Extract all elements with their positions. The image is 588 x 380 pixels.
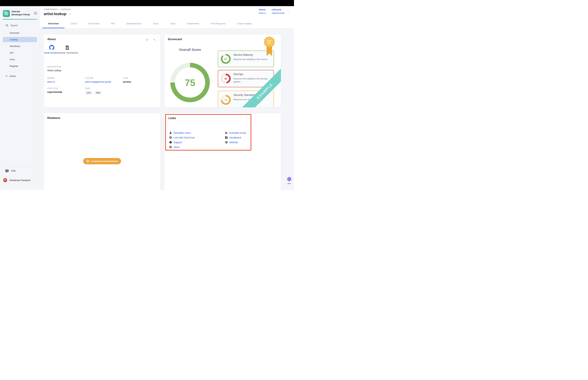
document-icon: [59, 44, 75, 50]
tab-dependencies[interactable]: Dependencies: [121, 19, 148, 28]
scorecard-card: Scorecard Gold Tier Overall Score 75: [164, 35, 281, 107]
header-lifecycle: Lifecycle experimental: [272, 8, 285, 14]
globe-icon: [225, 141, 228, 144]
aida-label: AIDA: [285, 183, 293, 184]
tab-kubernetes[interactable]: Kubernetes: [181, 19, 205, 28]
sidebar-item-docs[interactable]: Docs: [3, 56, 37, 63]
view-techdocs-label: VIEW TECHDOCS: [59, 51, 75, 55]
tab-pull-requests[interactable]: Pull Requests: [205, 19, 231, 28]
link-support[interactable]: ? Support: [169, 141, 195, 144]
aida-widget[interactable]: AIDA: [285, 177, 293, 184]
aida-flower-icon: [287, 177, 292, 182]
chip-icon: [86, 160, 89, 163]
tab-code-insights[interactable]: Code Insights: [231, 19, 258, 28]
tab-bar: Overview CI/CD Scorecard API Dependencie…: [40, 19, 294, 28]
link-examples-users[interactable]: Examples Users: [169, 131, 195, 134]
refresh-icon[interactable]: ⟳: [146, 38, 148, 41]
user-name: Debabrata Panigrahi: [9, 179, 30, 182]
apps-grid-icon[interactable]: [34, 12, 37, 15]
lifecycle-label: Lifecycle: [272, 8, 285, 11]
lifecycle-value: experimental: [272, 12, 285, 14]
system-field-label: SYSTEM: [85, 77, 111, 79]
view-source-label: VIEW SOURCE: [44, 51, 59, 55]
sidebar-accent-divider: [3, 19, 37, 19]
metric-description: Measures the reliability of the DevOps p…: [233, 77, 272, 83]
about-card: About ⟳ ✎ VIEW SOURCE: [44, 35, 160, 107]
help-circle-icon: ?: [169, 141, 172, 144]
system-top-bar: [0, 0, 294, 6]
person-icon: [169, 132, 172, 134]
globe-icon: [169, 146, 172, 148]
relations-entity-chip[interactable]: component:artist-lookup: [83, 158, 121, 164]
link-example-group[interactable]: Example Group: [225, 131, 246, 134]
owner-link[interactable]: team-a: [259, 12, 266, 14]
header-owner: Owner team-a: [259, 8, 266, 14]
gold-tier-line1: Gold: [267, 40, 271, 42]
scorecard-title: Scorecard: [168, 38, 182, 41]
sidebar-item-workflows[interactable]: Workflows: [3, 43, 37, 50]
sidebar-item-admin[interactable]: ⚙ Admin: [3, 73, 37, 79]
globe-icon: [169, 136, 172, 139]
link-dashboard[interactable]: Dashboard: [225, 136, 246, 139]
links-title: Links: [169, 116, 176, 120]
view-source-link[interactable]: VIEW SOURCE: [44, 44, 59, 55]
tags-field-label: TAGS: [85, 87, 102, 89]
links-highlight-box: Links Examples Users Link with Cloud Ico…: [165, 114, 251, 151]
tag-chip[interactable]: java: [85, 91, 93, 95]
view-techdocs-link[interactable]: VIEW TECHDOCS: [59, 44, 75, 55]
devops-ring: 47: [221, 74, 231, 83]
tab-scorecard[interactable]: Scorecard: [83, 19, 105, 28]
owner-label: Owner: [259, 8, 266, 11]
metric-name: Service Maturity: [233, 53, 253, 57]
breadcrumb: COMPONENT — SERVICE: [44, 8, 71, 10]
app-logo-icon: [3, 10, 10, 17]
help-label: Help: [11, 170, 16, 172]
sidebar-item-catalog[interactable]: Catalog: [3, 37, 37, 42]
security-standards-score: 74: [224, 98, 227, 101]
sidebar-search[interactable]: Search: [0, 23, 40, 28]
owner-field-label: OWNER: [47, 77, 55, 79]
group-icon: [225, 132, 228, 134]
sidebar-item-help[interactable]: ? Help: [0, 168, 40, 173]
page: Internal Developer Portal Search Overvie…: [0, 0, 294, 190]
link-with-cloud-icon[interactable]: Link with Cloud Icon: [169, 136, 195, 139]
tag-chip[interactable]: data: [94, 91, 102, 95]
sidebar: Internal Developer Portal Search Overvie…: [0, 6, 40, 190]
sidebar-divider: [3, 166, 37, 166]
overall-score-label: Overall Score: [165, 48, 216, 52]
sidebar-user[interactable]: DP Debabrata Panigrahi: [0, 177, 40, 183]
relations-card: Relations component:artist-lookup: [44, 113, 160, 190]
content-area: About ⟳ ✎ VIEW SOURCE: [40, 28, 294, 190]
favorite-star-icon[interactable]: ☆: [69, 12, 72, 16]
link-alerts[interactable]: Alerts: [169, 145, 195, 149]
tab-api[interactable]: API: [105, 19, 121, 28]
sidebar-item-overview[interactable]: Overview: [3, 30, 37, 36]
sidebar-item-api[interactable]: API: [3, 50, 37, 56]
page-header: COMPONENT — SERVICE artist-lookup ☆ Owne…: [40, 6, 294, 19]
relations-chip-label: component:artist-lookup: [91, 160, 118, 162]
devops-score: 47: [224, 77, 227, 80]
kebab-menu-icon[interactable]: ⋮: [287, 10, 290, 13]
service-maturity-ring: 87: [221, 54, 231, 64]
gold-tier-badge: Gold Tier: [264, 36, 275, 57]
sidebar-item-register[interactable]: Register: [3, 63, 37, 69]
relations-title: Relations: [47, 116, 60, 120]
owner-field-link[interactable]: team-a: [47, 80, 55, 83]
app-title: Internal Developer Portal: [12, 10, 30, 16]
service-maturity-score: 87: [224, 57, 227, 60]
system-field-link[interactable]: artist-engagement-portal: [85, 80, 111, 83]
tab-todo[interactable]: Todo: [165, 19, 181, 28]
type-field-label: TYPE: [123, 77, 131, 79]
type-field-value: service: [123, 80, 131, 83]
help-chat-icon: ?: [5, 170, 9, 172]
security-standards-ring: 74: [221, 95, 231, 105]
tab-cicd[interactable]: CI/CD: [64, 19, 82, 28]
overall-score-gauge: 75: [170, 63, 210, 102]
link-website[interactable]: Website: [225, 141, 246, 144]
tab-docs[interactable]: Docs: [148, 19, 165, 28]
gold-tier-line2: Tier: [268, 42, 271, 44]
lifecycle-field-label: LIFECYCLE: [47, 87, 62, 89]
tab-overview[interactable]: Overview: [42, 19, 64, 28]
edit-pencil-icon[interactable]: ✎: [153, 38, 156, 41]
lifecycle-field-value: experimental: [47, 91, 62, 93]
